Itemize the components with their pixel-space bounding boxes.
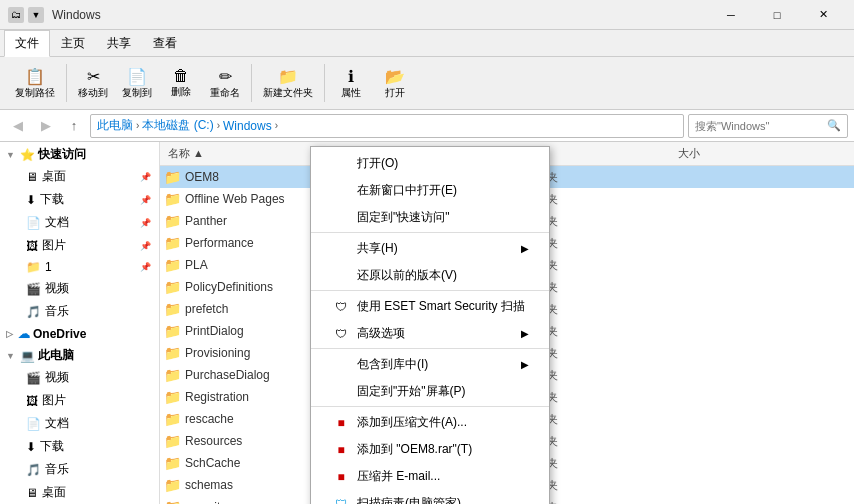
file-list: 名称 ▲ 修改日期 类型 大小 📁 OEM8 文件夹 📁 Offline Web… [160, 142, 854, 504]
video-icon: 🎬 [26, 282, 41, 296]
context-menu: 打开(O) 在新窗口中打开(E) 固定到"快速访问" [310, 146, 550, 504]
onedrive-label: OneDrive [33, 327, 86, 341]
ctx-pin[interactable]: 固定到"快速访问" [311, 204, 549, 233]
ribbon-tabs: 文件 主页 共享 查看 [0, 30, 854, 57]
sidebar-item-docs1-label: 文档 [45, 214, 69, 231]
pin-icon3: 📌 [140, 218, 151, 228]
sidebar-item-pics1[interactable]: 🖼 图片 📌 [18, 234, 159, 257]
folder-icon: 📁 [164, 455, 181, 471]
ctx-open-new[interactable]: 在新窗口中打开(E) [311, 177, 549, 204]
thispc-arrow: ▼ [6, 351, 15, 361]
path-arrow-2: › [217, 120, 220, 131]
sidebar-item-docs1[interactable]: 📄 文档 📌 [18, 211, 159, 234]
pin-icon: 📌 [140, 172, 151, 182]
ribbon-btn-copy-path[interactable]: 📋 复制路径 [8, 61, 62, 105]
tab-share[interactable]: 共享 [96, 30, 142, 56]
folder-icon: 📁 [164, 411, 181, 427]
ribbon-btn-rename[interactable]: ✏ 重命名 [203, 61, 247, 105]
pics-icon2: 🖼 [26, 394, 38, 408]
ctx-eset[interactable]: 🛡 使用 ESET Smart Security 扫描 [311, 293, 549, 320]
up-button[interactable]: ↑ [62, 114, 86, 138]
maximize-button[interactable]: □ [754, 0, 800, 30]
col-header-size[interactable]: 大小 [624, 146, 704, 161]
ctx-addrar-label: 添加到压缩文件(A)... [357, 414, 467, 431]
forward-button[interactable]: ▶ [34, 114, 58, 138]
sidebar-group-onedrive[interactable]: ▷ ☁ OneDrive [0, 323, 159, 343]
folder-icon: 📁 [164, 301, 181, 317]
ctx-addrar[interactable]: ■ 添加到压缩文件(A)... [311, 409, 549, 436]
sidebar-item-video1[interactable]: 🎬 视频 [18, 277, 159, 300]
delete-icon: 🗑 [173, 67, 189, 85]
sidebar-item-music2[interactable]: 🎵 音乐 [18, 458, 159, 481]
sidebar-group-thispc[interactable]: ▼ 💻 此电脑 [0, 343, 159, 366]
ribbon-btn-open[interactable]: 📂 打开 [373, 61, 417, 105]
sidebar-item-desktop2[interactable]: 🖥 桌面 [18, 481, 159, 504]
ctx-library[interactable]: 包含到库中(I) ▶ [311, 351, 549, 378]
ribbon-btn-properties[interactable]: ℹ 属性 [329, 61, 373, 105]
minimize-button[interactable]: ─ [708, 0, 754, 30]
sidebar-item-pics2[interactable]: 🖼 图片 [18, 389, 159, 412]
ribbon-btn-delete[interactable]: 🗑 删除 [159, 61, 203, 105]
search-icon: 🔍 [827, 119, 841, 132]
sidebar-item-docs2[interactable]: 📄 文档 [18, 412, 159, 435]
ribbon: 文件 主页 共享 查看 📋 复制路径 ✂ 移动到 📄 复制到 🗑 删除 [0, 30, 854, 110]
folder-icon: 📁 [164, 235, 181, 251]
folder-icon: 📁 [164, 279, 181, 295]
quickaccess-items: 🖥 桌面 📌 ⬇ 下载 📌 📄 文档 📌 🖼 图片 📌 [0, 165, 159, 323]
sidebar-item-video1-label: 视频 [45, 280, 69, 297]
close-button[interactable]: ✕ [800, 0, 846, 30]
ctx-share-label: 共享(H) [357, 240, 398, 257]
sidebar-item-downloads2[interactable]: ⬇ 下载 [18, 435, 159, 458]
tab-view[interactable]: 查看 [142, 30, 188, 56]
copy-icon: 📄 [127, 67, 147, 86]
ctx-addrar2[interactable]: ■ 添加到 "OEM8.rar"(T) [311, 436, 549, 463]
ctx-pinstart[interactable]: 固定到"开始"屏幕(P) [311, 378, 549, 407]
ribbon-btn-move[interactable]: ✂ 移动到 [71, 61, 115, 105]
folder-icon: 📁 [164, 367, 181, 383]
sidebar-item-pics2-label: 图片 [42, 392, 66, 409]
ctx-advanced[interactable]: 🛡 高级选项 ▶ [311, 320, 549, 349]
title-bar: 🗂 ▼ Windows ─ □ ✕ [0, 0, 854, 30]
folder-icon: 📁 [164, 257, 181, 273]
thispc-label: 此电脑 [38, 347, 74, 364]
quickaccess-label: 快速访问 [38, 146, 86, 163]
onedrive-icon: ☁ [18, 327, 30, 341]
sidebar-item-video2[interactable]: 🎬 视频 [18, 366, 159, 389]
sidebar-item-docs2-label: 文档 [45, 415, 69, 432]
sidebar-item-music1[interactable]: 🎵 音乐 [18, 300, 159, 323]
ctx-restore[interactable]: 还原以前的版本(V) [311, 262, 549, 291]
ribbon-btn-new[interactable]: 📁 新建文件夹 [256, 61, 320, 105]
ctx-antivirus[interactable]: 🛡 扫描病毒(电脑管家) [311, 490, 549, 504]
tab-home[interactable]: 主页 [50, 30, 96, 56]
address-path[interactable]: 此电脑 › 本地磁盘 (C:) › Windows › [90, 114, 684, 138]
sidebar-item-1[interactable]: 📁 1 📌 [18, 257, 159, 277]
sidebar-item-downloads1[interactable]: ⬇ 下载 📌 [18, 188, 159, 211]
ctx-open-new-label: 在新窗口中打开(E) [357, 182, 457, 199]
open-label: 打开 [385, 86, 405, 100]
path-drive: 本地磁盘 (C:) [142, 117, 213, 134]
search-input[interactable] [695, 120, 827, 132]
sidebar-item-desktop1[interactable]: 🖥 桌面 📌 [18, 165, 159, 188]
back-button[interactable]: ◀ [6, 114, 30, 138]
ctx-compressmail[interactable]: ■ 压缩并 E-mail... [311, 463, 549, 490]
onedrive-arrow: ▷ [6, 329, 13, 339]
sidebar-item-downloads2-label: 下载 [40, 438, 64, 455]
search-box[interactable]: 🔍 [688, 114, 848, 138]
tab-file[interactable]: 文件 [4, 30, 50, 57]
folder-icon: 📁 [164, 323, 181, 339]
ctx-open-label: 打开(O) [357, 155, 398, 172]
ctx-antivirus-label: 扫描病毒(电脑管家) [357, 495, 461, 504]
rename-icon: ✏ [219, 67, 232, 86]
sidebar-item-video2-label: 视频 [45, 369, 69, 386]
copy-label: 复制到 [122, 86, 152, 100]
sidebar-group-quickaccess[interactable]: ▼ ⭐ 快速访问 [0, 142, 159, 165]
sidebar-item-music2-label: 音乐 [45, 461, 69, 478]
ctx-share[interactable]: 共享(H) ▶ [311, 235, 549, 262]
ctx-open[interactable]: 打开(O) [311, 150, 549, 177]
sidebar-item-downloads1-label: 下载 [40, 191, 64, 208]
ribbon-sep-1 [66, 64, 67, 102]
ribbon-btn-copy[interactable]: 📄 复制到 [115, 61, 159, 105]
properties-label: 属性 [341, 86, 361, 100]
desktop-icon2: 🖥 [26, 486, 38, 500]
sidebar-item-music1-label: 音乐 [45, 303, 69, 320]
